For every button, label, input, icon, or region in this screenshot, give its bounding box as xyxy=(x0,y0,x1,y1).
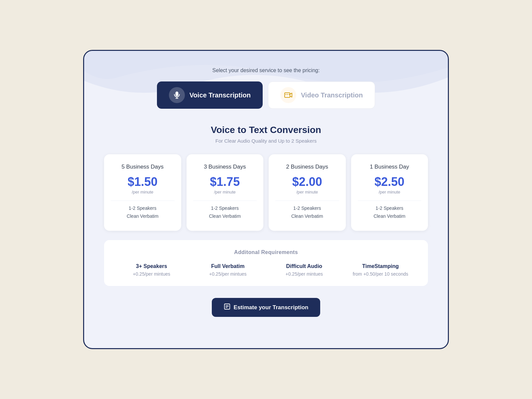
card-price: $1.75 xyxy=(193,175,257,189)
svg-point-5 xyxy=(285,94,286,95)
svg-marker-4 xyxy=(290,93,292,97)
video-camera-icon-wrapper xyxy=(280,87,296,103)
pricing-section-subtitle: For Clear Audio Quality and Up to 2 Spea… xyxy=(104,138,428,144)
additional-requirements-box: Additonal Requirements 3+ Speakers +0.25… xyxy=(104,240,428,286)
card-divider xyxy=(111,200,175,201)
card-divider xyxy=(358,200,422,201)
estimate-button[interactable]: Estimate your Transcription xyxy=(212,298,321,317)
additional-item-title: Difficult Audio xyxy=(269,263,340,269)
additional-item: 3+ Speakers +0.25/per mintues xyxy=(116,263,187,277)
svg-point-7 xyxy=(289,94,290,95)
card-days: 5 Business Days xyxy=(111,164,175,170)
card-feature: Clean Verbatim xyxy=(358,213,422,219)
card-per: /per minute xyxy=(193,190,257,195)
pricing-cards-grid: 5 Business Days $1.50 /per minute 1-2 Sp… xyxy=(104,154,428,231)
microphone-icon xyxy=(173,91,181,99)
service-buttons: Voice Transcription Video Transcription xyxy=(104,81,428,109)
microphone-icon-wrapper xyxy=(169,87,185,103)
video-transcription-button[interactable]: Video Transcription xyxy=(268,81,375,109)
card-feature: Clean Verbatim xyxy=(111,213,175,219)
additional-item-price: +0.25/per mintues xyxy=(116,271,187,277)
pricing-card: 1 Business Day $2.50 /per minute 1-2 Spe… xyxy=(351,154,428,231)
device-frame: Select your desired service to see the p… xyxy=(83,50,449,349)
card-feature: 1-2 Speakers xyxy=(111,205,175,211)
card-price: $2.00 xyxy=(275,175,339,189)
pricing-section-title: Voice to Text Conversion xyxy=(104,125,428,135)
additional-item-price: +0.25/per mintues xyxy=(193,271,264,277)
additional-item: Full Verbatim +0.25/per mintues xyxy=(193,263,264,277)
additional-requirements-grid: 3+ Speakers +0.25/per mintues Full Verba… xyxy=(116,263,416,277)
card-days: 2 Business Days xyxy=(275,164,339,170)
estimate-icon xyxy=(224,303,230,312)
additional-item-title: Full Verbatim xyxy=(193,263,264,269)
card-feature: Clean Verbatim xyxy=(275,213,339,219)
main-content: Select your desired service to see the p… xyxy=(104,67,428,317)
card-feature: 1-2 Speakers xyxy=(358,205,422,211)
pricing-card: 5 Business Days $1.50 /per minute 1-2 Sp… xyxy=(104,154,181,231)
svg-rect-0 xyxy=(175,91,178,96)
card-days: 1 Business Day xyxy=(358,164,422,170)
card-price: $1.50 xyxy=(111,175,175,189)
additional-item-price: +0.25/per mintues xyxy=(269,271,340,277)
select-label: Select your desired service to see the p… xyxy=(104,67,428,73)
video-camera-icon xyxy=(284,90,293,100)
additional-item-price: from +0.50/per 10 seconds xyxy=(345,271,416,277)
pricing-card: 3 Business Days $1.75 /per minute 1-2 Sp… xyxy=(187,154,264,231)
additional-item-title: 3+ Speakers xyxy=(116,263,187,269)
svg-point-6 xyxy=(287,94,288,95)
card-per: /per minute xyxy=(275,190,339,195)
card-feature: 1-2 Speakers xyxy=(193,205,257,211)
card-divider xyxy=(275,200,339,201)
card-feature: Clean Verbatim xyxy=(193,213,257,219)
card-per: /per minute xyxy=(111,190,175,195)
additional-requirements-title: Additonal Requirements xyxy=(116,249,416,255)
svg-rect-3 xyxy=(285,93,290,97)
voice-btn-label: Voice Transcription xyxy=(190,91,251,99)
card-divider xyxy=(193,200,257,201)
voice-transcription-button[interactable]: Voice Transcription xyxy=(157,81,263,109)
card-price: $2.50 xyxy=(358,175,422,189)
additional-item: Difficult Audio +0.25/per mintues xyxy=(269,263,340,277)
card-feature: 1-2 Speakers xyxy=(275,205,339,211)
video-btn-label: Video Transcription xyxy=(301,91,363,99)
estimate-btn-label: Estimate your Transcription xyxy=(234,304,309,311)
card-days: 3 Business Days xyxy=(193,164,257,170)
card-per: /per minute xyxy=(358,190,422,195)
additional-item: TimeStamping from +0.50/per 10 seconds xyxy=(345,263,416,277)
additional-item-title: TimeStamping xyxy=(345,263,416,269)
pricing-card: 2 Business Days $2.00 /per minute 1-2 Sp… xyxy=(269,154,346,231)
